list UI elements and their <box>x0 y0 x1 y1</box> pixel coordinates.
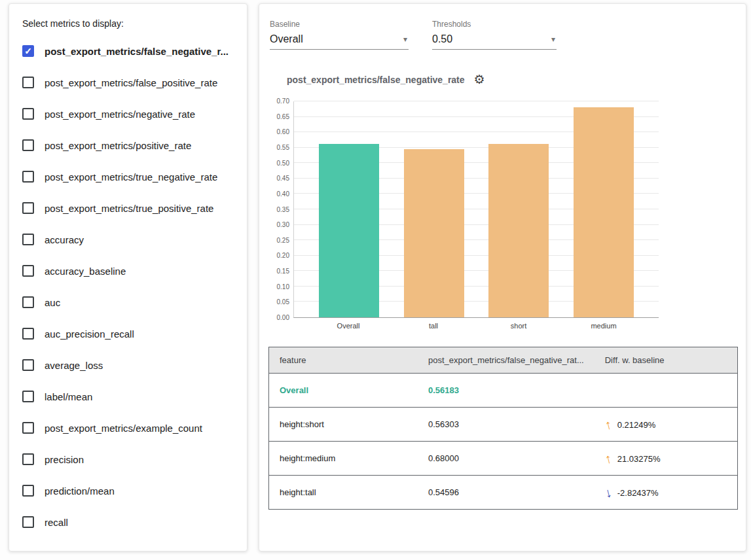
checkbox-unchecked-icon[interactable] <box>22 422 34 434</box>
metric-label: post_export_metrics/true_negative_rate <box>45 171 217 183</box>
bars <box>294 101 659 317</box>
metric-label: post_export_metrics/example_count <box>45 423 202 434</box>
table-row: Overall0.56183 <box>269 374 738 408</box>
bar-medium[interactable] <box>574 107 634 317</box>
table-header-cell: feature <box>269 347 418 374</box>
metric-checkbox-item[interactable]: recall <box>22 506 234 538</box>
feature-cell: height:medium <box>269 442 418 476</box>
checkbox-unchecked-icon[interactable] <box>22 359 34 371</box>
metric-label: recall <box>45 517 68 528</box>
controls-row: Baseline Overall ▾ Thresholds 0.50 ▾ <box>268 20 737 50</box>
settings-gear-icon[interactable]: ⚙ <box>474 73 485 86</box>
baseline-value: Overall <box>270 33 303 45</box>
metric-checkbox-item[interactable]: post_export_metrics/positive_rate <box>22 130 234 161</box>
y-axis-tick-label: 0.40 <box>277 191 289 198</box>
metric-checkbox-item[interactable]: auc_precision_recall <box>22 318 234 349</box>
metric-checkbox-item[interactable]: ✓post_export_metrics/false_negative_r... <box>22 35 234 67</box>
metric-label: post_export_metrics/false_positive_rate <box>45 77 217 88</box>
metric-checkbox-item[interactable]: precision <box>22 444 234 475</box>
checkbox-unchecked-icon[interactable] <box>22 485 34 497</box>
metric-label: post_export_metrics/true_positive_rate <box>45 203 213 214</box>
chevron-down-icon: ▾ <box>551 35 555 44</box>
x-axis-label: Overall <box>318 322 378 330</box>
y-axis-tick-label: 0.50 <box>277 160 289 167</box>
table-row: height:medium0.68000↑21.03275% <box>269 442 738 476</box>
baseline-label: Baseline <box>270 20 409 29</box>
y-axis-tick-label: 0.00 <box>277 315 289 321</box>
y-axis-tick-label: 0.70 <box>277 98 289 105</box>
checkbox-unchecked-icon[interactable] <box>22 171 34 183</box>
metric-checkbox-item[interactable]: accuracy <box>22 224 234 255</box>
checkbox-unchecked-icon[interactable] <box>22 516 34 528</box>
metric-checkbox-item[interactable]: post_export_metrics/true_positive_rate <box>22 192 234 224</box>
chart-header: post_export_metrics/false_negative_rate … <box>287 73 737 86</box>
table-header-cell: post_export_metrics/false_negative_rat..… <box>418 347 595 374</box>
feature-cell: height:tall <box>269 476 418 510</box>
y-axis-tick-label: 0.30 <box>277 222 289 228</box>
thresholds-select[interactable]: Thresholds 0.50 ▾ <box>432 20 557 50</box>
thresholds-label: Thresholds <box>432 20 557 29</box>
metrics-panel-title: Select metrics to display: <box>22 18 234 29</box>
value-cell: 0.54596 <box>418 476 595 510</box>
metric-checkbox-item[interactable]: post_export_metrics/false_positive_rate <box>22 67 234 98</box>
checkbox-unchecked-icon[interactable] <box>22 108 34 120</box>
y-axis-tick-label: 0.45 <box>277 175 289 182</box>
x-axis-label: short <box>488 322 549 330</box>
x-axis-labels: Overalltallshortmedium <box>293 322 659 330</box>
metric-label: post_export_metrics/false_negative_r... <box>45 46 229 57</box>
metric-checkbox-item[interactable]: post_export_metrics/negative_rate <box>22 98 234 130</box>
x-axis-label: medium <box>574 322 634 330</box>
y-axis-tick-label: 0.55 <box>277 145 289 151</box>
diff-cell: ↑0.21249% <box>595 408 738 442</box>
checkbox-unchecked-icon[interactable] <box>22 296 34 308</box>
metrics-panel-card: Select metrics to display: ✓post_export_… <box>9 3 247 551</box>
y-axis-tick-label: 0.60 <box>277 129 289 135</box>
checkbox-unchecked-icon[interactable] <box>22 391 34 402</box>
thresholds-value: 0.50 <box>432 33 452 45</box>
metric-label: post_export_metrics/negative_rate <box>45 109 195 120</box>
diff-cell: ↓-2.82437% <box>595 476 738 510</box>
diff-value: 21.03275% <box>617 453 661 463</box>
y-axis-tick-label: 0.35 <box>277 207 289 213</box>
checkbox-unchecked-icon[interactable] <box>22 265 34 277</box>
chart-title: post_export_metrics/false_negative_rate <box>287 75 465 85</box>
metric-checkbox-item[interactable]: accuracy_baseline <box>22 255 234 287</box>
metric-checkbox-item[interactable]: post_export_metrics/true_negative_rate <box>22 161 234 192</box>
metric-checkbox-item[interactable]: prediction/mean <box>22 475 234 506</box>
metric-label: prediction/mean <box>45 485 115 497</box>
feature-cell: Overall <box>269 374 418 408</box>
bar-short[interactable] <box>488 144 549 317</box>
checkbox-unchecked-icon[interactable] <box>22 234 34 245</box>
metric-checkbox-item[interactable]: average_loss <box>22 349 234 381</box>
checkbox-unchecked-icon[interactable] <box>22 77 34 88</box>
metric-label: auc <box>45 297 60 308</box>
metric-checkbox-item[interactable]: post_export_metrics/example_count <box>22 412 234 444</box>
y-axis-tick-label: 0.25 <box>277 237 289 244</box>
checkbox-unchecked-icon[interactable] <box>22 328 34 340</box>
metric-label: precision <box>45 454 84 465</box>
baseline-select[interactable]: Baseline Overall ▾ <box>270 20 409 50</box>
arrow-up-icon: ↑ <box>603 451 613 466</box>
x-axis-label: tall <box>403 322 464 330</box>
metric-checkbox-item[interactable]: label/mean <box>22 381 234 412</box>
y-axis-tick-label: 0.65 <box>277 114 289 120</box>
bar-Overall[interactable] <box>319 144 379 317</box>
bar-chart: 0.000.050.100.150.200.250.300.350.400.45… <box>268 101 737 318</box>
table-row: height:short0.56303↑0.21249% <box>269 408 738 442</box>
table-header-cell: Diff. w. baseline <box>595 347 738 374</box>
checkbox-unchecked-icon[interactable] <box>22 453 34 465</box>
arrow-down-icon: ↓ <box>603 485 613 500</box>
checkbox-unchecked-icon[interactable] <box>22 202 34 214</box>
bar-tall[interactable] <box>404 149 464 317</box>
metrics-list: ✓post_export_metrics/false_negative_r...… <box>22 35 234 538</box>
y-axis-tick-label: 0.10 <box>277 284 289 290</box>
metric-checkbox-item[interactable]: auc <box>22 287 234 318</box>
y-axis: 0.000.050.100.150.200.250.300.350.400.45… <box>268 101 293 318</box>
checkbox-checked-icon[interactable]: ✓ <box>22 45 34 57</box>
table-header-row: featurepost_export_metrics/false_negativ… <box>269 347 738 374</box>
feature-cell: height:short <box>269 408 418 442</box>
diff-cell <box>595 374 738 408</box>
value-cell: 0.56183 <box>418 374 595 408</box>
checkbox-unchecked-icon[interactable] <box>22 139 34 151</box>
diff-value: -2.82437% <box>617 487 659 497</box>
